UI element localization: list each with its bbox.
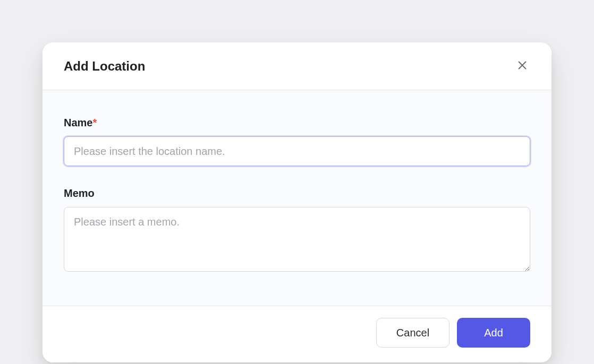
name-label: Name* [64, 117, 530, 129]
name-field-group: Name* [64, 117, 530, 166]
close-icon [516, 59, 528, 73]
cancel-button[interactable]: Cancel [376, 318, 449, 348]
name-label-text: Name [64, 117, 92, 128]
required-indicator: * [92, 117, 97, 128]
modal-footer: Cancel Add [43, 306, 551, 362]
memo-label: Memo [64, 187, 530, 200]
modal-header: Add Location [43, 42, 551, 90]
close-button[interactable] [514, 57, 530, 75]
memo-field-group: Memo [64, 187, 530, 274]
name-input[interactable] [64, 136, 530, 166]
add-location-modal: Add Location Name* Memo Cancel Add [43, 42, 551, 362]
add-button[interactable]: Add [457, 318, 530, 348]
memo-input[interactable] [64, 207, 530, 272]
modal-title: Add Location [64, 59, 145, 74]
modal-body: Name* Memo [43, 90, 551, 306]
